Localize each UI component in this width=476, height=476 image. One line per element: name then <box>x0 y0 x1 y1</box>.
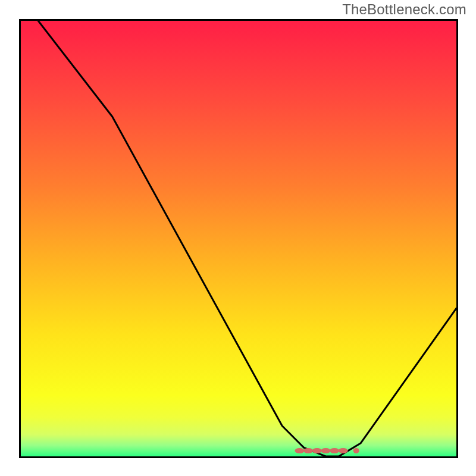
plot-area <box>19 19 458 458</box>
optimal-marker <box>353 448 359 453</box>
optimal-marker <box>321 448 330 453</box>
watermark-text: TheBottleneck.com <box>342 1 466 18</box>
optimal-marker <box>330 448 339 453</box>
chart-root: TheBottleneck.com <box>0 0 476 476</box>
optimal-marker <box>312 448 322 453</box>
optimal-marker <box>339 448 348 453</box>
optimal-marker <box>303 448 313 453</box>
optimal-marker <box>295 448 304 453</box>
gradient-background <box>21 21 456 456</box>
chart-svg <box>21 21 456 456</box>
